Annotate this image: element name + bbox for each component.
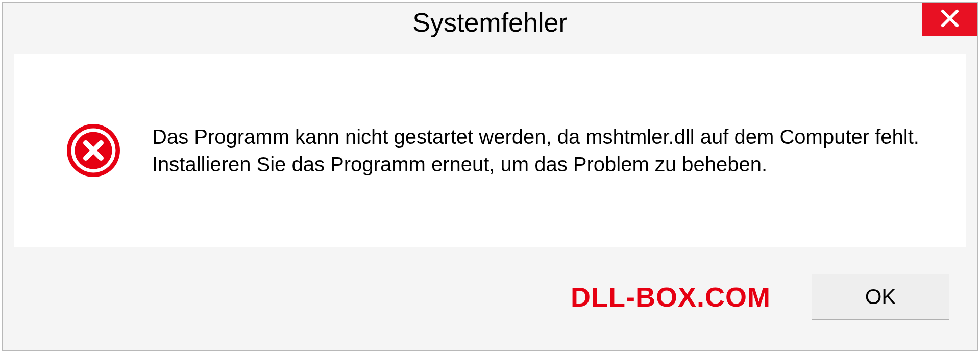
- close-icon: [941, 9, 959, 30]
- error-dialog: Systemfehler Das Programm kann nicht ges…: [2, 2, 978, 351]
- bottom-bar: DLL-BOX.COM OK: [3, 259, 977, 350]
- error-message: Das Programm kann nicht gestartet werden…: [152, 123, 935, 178]
- dialog-title: Systemfehler: [412, 7, 567, 38]
- ok-button[interactable]: OK: [812, 274, 949, 320]
- close-button[interactable]: [922, 3, 977, 36]
- watermark-text: DLL-BOX.COM: [571, 281, 771, 313]
- error-icon: [65, 122, 121, 179]
- content-panel: Das Programm kann nicht gestartet werden…: [14, 54, 966, 247]
- title-bar: Systemfehler: [3, 3, 977, 42]
